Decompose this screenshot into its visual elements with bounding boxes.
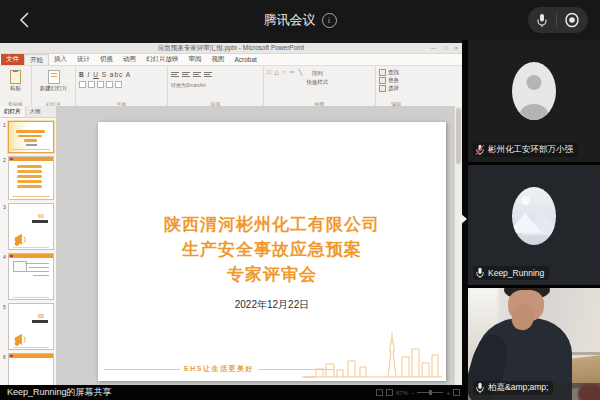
view-normal-icon[interactable] bbox=[376, 389, 383, 396]
avatar bbox=[512, 62, 556, 120]
slide-title: 陕西渭河彬州化工有限公司 生产安全事故应急预案 专家评审会 bbox=[98, 212, 446, 287]
participant-tile-1[interactable]: 彬州化工安环部万小强 bbox=[468, 40, 600, 162]
fit-window-icon[interactable] bbox=[453, 389, 460, 396]
slide-title-line3: 专家评审会 bbox=[98, 262, 446, 287]
new-slide-icon[interactable] bbox=[48, 70, 60, 84]
expand-panel-arrow-icon[interactable] bbox=[459, 212, 467, 226]
meeting-title-area: 腾讯会议 i bbox=[0, 0, 600, 40]
tab-home[interactable]: 开始 bbox=[24, 54, 49, 65]
slide-4-thumbnail[interactable] bbox=[8, 253, 54, 300]
thumbnail-row: 2 bbox=[1, 156, 54, 200]
slide-1-thumbnail[interactable] bbox=[8, 121, 54, 153]
tab-slideshow[interactable]: 幻灯片放映 bbox=[141, 54, 184, 65]
slide-number: 5 bbox=[1, 303, 8, 350]
participant-tile-2[interactable]: Keep_Running bbox=[468, 165, 600, 285]
smartart-button[interactable]: 转换为SmartArt bbox=[171, 82, 260, 88]
alignment-buttons[interactable] bbox=[171, 72, 260, 79]
pane-tabs: 幻灯片 大纲 bbox=[0, 106, 56, 118]
topbar-controls bbox=[528, 7, 588, 33]
ppt-status-bar: 87% − + bbox=[376, 385, 460, 400]
ribbon-tab-bar: 文件 开始 插入 设计 切换 动画 幻灯片放映 审阅 视图 Acrobat bbox=[0, 54, 462, 66]
current-slide[interactable]: 陕西渭河彬州化工有限公司 生产安全事故应急预案 专家评审会 2022年12月22… bbox=[98, 122, 446, 381]
info-icon[interactable]: i bbox=[322, 13, 337, 28]
participant-label: 彬州化工安环部万小强 bbox=[473, 143, 578, 157]
arrange-button[interactable]: 排列 bbox=[306, 70, 328, 77]
tab-design[interactable]: 设计 bbox=[72, 54, 95, 65]
close-icon[interactable]: × bbox=[454, 45, 458, 51]
tab-file[interactable]: 文件 bbox=[1, 54, 24, 65]
slide-number: 1 bbox=[1, 121, 8, 153]
slide-footer: EHS让生活更美好 bbox=[104, 364, 334, 374]
paste-button[interactable]: 粘贴 bbox=[3, 85, 28, 92]
tab-transitions[interactable]: 切换 bbox=[95, 54, 118, 65]
minimize-icon[interactable]: — bbox=[431, 45, 437, 51]
zoom-slider[interactable] bbox=[417, 392, 443, 393]
tab-insert[interactable]: 插入 bbox=[49, 54, 72, 65]
slide-6-thumbnail[interactable] bbox=[8, 353, 54, 385]
tab-outline-pane[interactable]: 大纲 bbox=[26, 106, 45, 117]
app-title: 腾讯会议 bbox=[264, 11, 316, 29]
share-label-bar: Keep_Running的屏幕共享 87% − + bbox=[0, 385, 466, 400]
slide-title-line1: 陕西渭河彬州化工有限公司 bbox=[98, 212, 446, 237]
ppt-filename: 应急预案专家评审汇报.pptx - Microsoft PowerPoint bbox=[158, 44, 304, 53]
mic-icon bbox=[475, 382, 485, 394]
slide-title-line2: 生产安全事故应急预案 bbox=[98, 237, 446, 262]
participant-label: Keep_Running bbox=[473, 266, 549, 280]
thumbnail-row: 4 bbox=[1, 253, 54, 300]
participant-tile-3[interactable]: 柏嘉&amp;amp; bbox=[468, 288, 600, 400]
slide-number: 2 bbox=[1, 156, 8, 200]
participant-name: Keep_Running bbox=[488, 268, 544, 278]
group-slides: 新建幻灯片 幻灯片 bbox=[32, 66, 76, 108]
megaphone-icon bbox=[12, 232, 30, 247]
new-slide-button[interactable]: 新建幻灯片 bbox=[35, 85, 72, 92]
tencent-meeting-window: 腾讯会议 i 应急预案专家评审汇报.pptx - Microsoft Power… bbox=[0, 0, 600, 400]
tab-acrobat[interactable]: Acrobat bbox=[230, 54, 262, 65]
zoom-in-icon[interactable]: + bbox=[446, 390, 450, 396]
zoom-level: 87% bbox=[396, 390, 408, 396]
zoom-out-icon[interactable]: − bbox=[411, 390, 415, 396]
section-number: 02 bbox=[38, 313, 44, 319]
tab-review[interactable]: 审阅 bbox=[184, 54, 207, 65]
tab-slides-pane[interactable]: 幻灯片 bbox=[0, 106, 26, 117]
participant-name: 柏嘉&amp;amp; bbox=[488, 382, 548, 394]
paste-icon[interactable] bbox=[10, 70, 21, 84]
slide-number: 3 bbox=[1, 203, 8, 250]
tab-animations[interactable]: 动画 bbox=[118, 54, 141, 65]
slide-5-thumbnail[interactable]: 02 bbox=[8, 303, 54, 350]
thumbnail-row: 1 bbox=[1, 121, 54, 153]
ppt-body: 幻灯片 大纲 1 2 bbox=[0, 106, 462, 385]
ppt-title-bar: 应急预案专家评审汇报.pptx - Microsoft PowerPoint —… bbox=[0, 43, 462, 54]
slide-thumbnail-panel: 幻灯片 大纲 1 2 bbox=[0, 106, 57, 385]
group-clipboard: 粘贴 剪贴板 bbox=[0, 66, 32, 108]
participant-name: 彬州化工安环部万小强 bbox=[488, 144, 573, 156]
top-bar: 腾讯会议 i bbox=[0, 0, 600, 40]
tab-view[interactable]: 视图 bbox=[207, 54, 230, 65]
select-button[interactable]: 选择 bbox=[379, 85, 413, 92]
find-button[interactable]: 查找 bbox=[379, 69, 413, 76]
screen-share-region: 应急预案专家评审汇报.pptx - Microsoft PowerPoint —… bbox=[0, 40, 462, 385]
shapes-gallery[interactable]: □ △ ○ ⇨ ╲ bbox=[267, 69, 303, 86]
view-sorter-icon[interactable] bbox=[386, 389, 393, 396]
footer-slogan: EHS让生活更美好 bbox=[184, 364, 254, 374]
slide-3-thumbnail[interactable]: 01 bbox=[8, 203, 54, 250]
megaphone-icon bbox=[12, 332, 30, 347]
quick-styles-button[interactable]: 快速样式 bbox=[306, 79, 328, 86]
pill-divider bbox=[556, 13, 557, 27]
mic-icon bbox=[475, 267, 485, 279]
section-number: 01 bbox=[38, 213, 44, 219]
vertical-scrollbar[interactable] bbox=[454, 106, 462, 385]
slide-2-thumbnail[interactable] bbox=[8, 156, 54, 200]
participant-label: 柏嘉&amp;amp; bbox=[473, 381, 553, 395]
replace-button[interactable]: 替换 bbox=[379, 77, 413, 84]
maximize-icon[interactable]: □ bbox=[444, 45, 448, 51]
avatar bbox=[512, 187, 556, 245]
slide-canvas: 陕西渭河彬州化工有限公司 生产安全事故应急预案 专家评审会 2022年12月22… bbox=[56, 106, 455, 385]
thumbnail-row: 6 bbox=[1, 353, 54, 385]
thumbnail-row: 5 02 bbox=[1, 303, 54, 350]
powerpoint-window: 应急预案专家评审汇报.pptx - Microsoft PowerPoint —… bbox=[0, 40, 462, 385]
microphone-icon[interactable] bbox=[536, 13, 548, 28]
record-icon[interactable] bbox=[564, 12, 580, 28]
font-size-buttons[interactable] bbox=[79, 81, 164, 88]
slide-number: 4 bbox=[1, 253, 8, 300]
font-buttons[interactable]: B I U S abc A bbox=[79, 71, 164, 78]
